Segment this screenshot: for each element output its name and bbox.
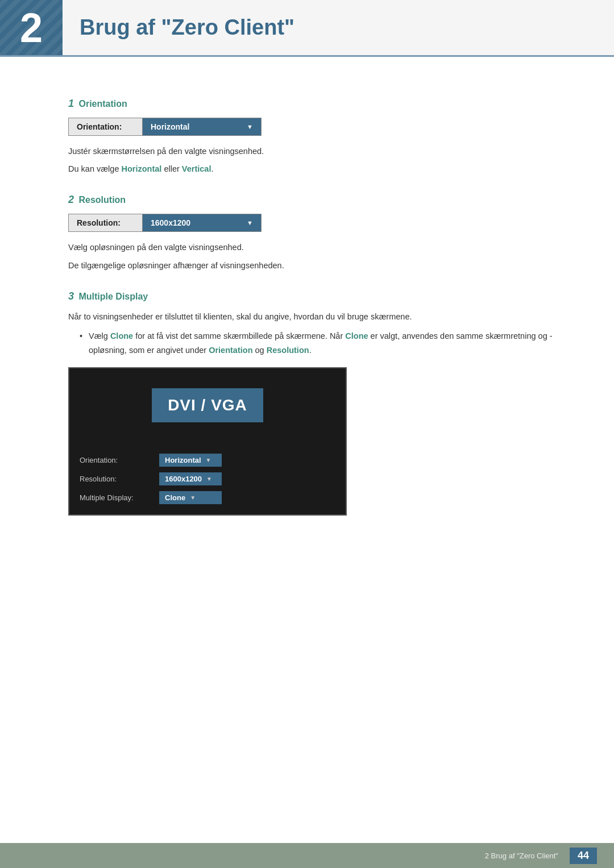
display-resolution-value[interactable]: 1600x1200 ▼ (159, 472, 222, 485)
chapter-title-block: Brug af "Zero Client" (63, 0, 614, 55)
chapter-number-block: 2 (0, 0, 63, 55)
resolution-value[interactable]: 1600x1200 ▼ (143, 214, 261, 231)
orientation-text2: Du kan vælge Horizontal eller Vertical. (68, 163, 569, 176)
section-multiple-display: 3 Multiple Display Når to visningsenhede… (68, 290, 569, 516)
vertical-link: Vertical (182, 164, 211, 173)
resolution-label: Resolution: (69, 214, 143, 231)
display-multiple-label: Multiple Display: (80, 493, 159, 502)
bullet-list: Vælg Clone for at få vist det samme skær… (80, 329, 569, 357)
footer-page-number: 44 (570, 848, 597, 864)
display-box: DVI / VGA Orientation: Horizontal ▼ Reso… (68, 367, 347, 516)
section-2-heading: 2 Resolution (68, 194, 569, 206)
horizontal-link: Horizontal (122, 164, 162, 173)
display-resolution-label: Resolution: (80, 475, 159, 483)
section-2-number: 2 (68, 194, 74, 205)
display-orientation-arrow: ▼ (206, 457, 211, 463)
resolution-text1: Vælg opløsningen på den valgte visningse… (68, 241, 569, 254)
display-multiple-row: Multiple Display: Clone ▼ (80, 491, 335, 504)
display-resolution-arrow: ▼ (206, 476, 212, 482)
orientation-control: Orientation: Horizontal ▼ (68, 118, 262, 136)
section-2-label: Resolution (78, 195, 126, 205)
section-orientation: 1 Orientation Orientation: Horizontal ▼ … (68, 98, 569, 176)
dvi-vga-badge: DVI / VGA (152, 388, 263, 422)
display-multiple-value[interactable]: Clone ▼ (159, 491, 222, 504)
section-1-label: Orientation (78, 99, 127, 109)
orientation-link: Orientation (209, 346, 252, 355)
orientation-label: Orientation: (69, 118, 143, 135)
chapter-number: 2 (20, 7, 43, 48)
multiple-display-text1: Når to visningsenheder er tilsluttet til… (68, 310, 569, 323)
display-orientation-row: Orientation: Horizontal ▼ (80, 454, 335, 467)
clone-link-2: Clone (345, 331, 368, 340)
resolution-text2: De tilgængelige opløsninger afhænger af … (68, 259, 569, 272)
main-content: 1 Orientation Orientation: Horizontal ▼ … (0, 57, 614, 572)
resolution-dropdown-arrow: ▼ (247, 219, 253, 226)
section-3-number: 3 (68, 290, 74, 302)
footer: 2 Brug af "Zero Client" 44 (0, 843, 614, 868)
chapter-header: 2 Brug af "Zero Client" (0, 0, 614, 57)
chapter-title: Brug af "Zero Client" (80, 15, 294, 40)
section-1-heading: 1 Orientation (68, 98, 569, 110)
orientation-text1: Justér skærmstørrelsen på den valgte vis… (68, 145, 569, 158)
display-orientation-label: Orientation: (80, 456, 159, 464)
display-box-screen: DVI / VGA (69, 368, 346, 442)
display-resolution-row: Resolution: 1600x1200 ▼ (80, 472, 335, 485)
display-multiple-arrow: ▼ (190, 495, 196, 501)
display-box-controls: Orientation: Horizontal ▼ Resolution: 16… (69, 442, 346, 514)
section-1-number: 1 (68, 98, 74, 109)
footer-chapter-label: 2 Brug af "Zero Client" (485, 852, 558, 860)
bullet-item-clone: Vælg Clone for at få vist det samme skær… (80, 329, 569, 357)
section-3-label: Multiple Display (78, 292, 148, 301)
section-3-heading: 3 Multiple Display (68, 290, 569, 302)
orientation-dropdown-arrow: ▼ (247, 123, 253, 130)
resolution-link: Resolution (267, 346, 309, 355)
section-resolution: 2 Resolution Resolution: 1600x1200 ▼ Væl… (68, 194, 569, 272)
clone-link-1: Clone (110, 331, 133, 340)
resolution-control: Resolution: 1600x1200 ▼ (68, 214, 262, 232)
display-orientation-value[interactable]: Horizontal ▼ (159, 454, 222, 467)
orientation-value[interactable]: Horizontal ▼ (143, 118, 261, 135)
